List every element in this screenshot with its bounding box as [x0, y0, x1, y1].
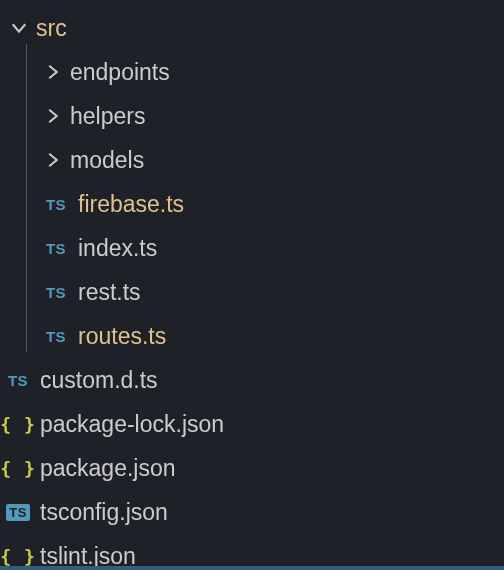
- file-custom-d-ts[interactable]: TS custom.d.ts: [0, 358, 504, 402]
- status-bar: [0, 566, 504, 570]
- file-label: routes.ts: [78, 323, 166, 350]
- indent-guide: [26, 44, 27, 352]
- file-package-json[interactable]: { } package.json: [0, 446, 504, 490]
- file-label: package.json: [40, 455, 176, 482]
- folder-src[interactable]: src: [0, 6, 504, 50]
- file-rest-ts[interactable]: TS rest.ts: [0, 270, 504, 314]
- typescript-icon: TS: [42, 240, 70, 257]
- chevron-right-icon: [42, 149, 64, 171]
- chevron-down-icon: [8, 17, 30, 39]
- file-index-ts[interactable]: TS index.ts: [0, 226, 504, 270]
- typescript-icon: TS: [42, 196, 70, 213]
- file-label: index.ts: [78, 235, 157, 262]
- json-icon: { }: [4, 414, 32, 435]
- file-firebase-ts[interactable]: TS firebase.ts: [0, 182, 504, 226]
- folder-models[interactable]: models: [0, 138, 504, 182]
- file-routes-ts[interactable]: TS routes.ts: [0, 314, 504, 358]
- file-tsconfig-json[interactable]: TS tsconfig.json: [0, 490, 504, 534]
- file-label: package-lock.json: [40, 411, 224, 438]
- file-tslint-json[interactable]: { } tslint.json: [0, 534, 504, 570]
- file-label: rest.ts: [78, 279, 141, 306]
- file-label: custom.d.ts: [40, 367, 158, 394]
- chevron-right-icon: [42, 61, 64, 83]
- file-label: firebase.ts: [78, 191, 184, 218]
- chevron-right-icon: [42, 105, 64, 127]
- folder-label: src: [36, 15, 67, 42]
- folder-label: helpers: [70, 103, 145, 130]
- json-icon: { }: [4, 458, 32, 479]
- folder-label: endpoints: [70, 59, 170, 86]
- file-tree: src endpoints helpers models TS firebase…: [0, 0, 504, 570]
- typescript-icon: TS: [42, 284, 70, 301]
- file-label: tsconfig.json: [40, 499, 168, 526]
- tsconfig-icon: TS: [4, 504, 32, 521]
- folder-endpoints[interactable]: endpoints: [0, 50, 504, 94]
- typescript-icon: TS: [42, 328, 70, 345]
- typescript-icon: TS: [4, 372, 32, 389]
- json-icon: { }: [4, 546, 32, 567]
- folder-helpers[interactable]: helpers: [0, 94, 504, 138]
- file-package-lock-json[interactable]: { } package-lock.json: [0, 402, 504, 446]
- folder-label: models: [70, 147, 144, 174]
